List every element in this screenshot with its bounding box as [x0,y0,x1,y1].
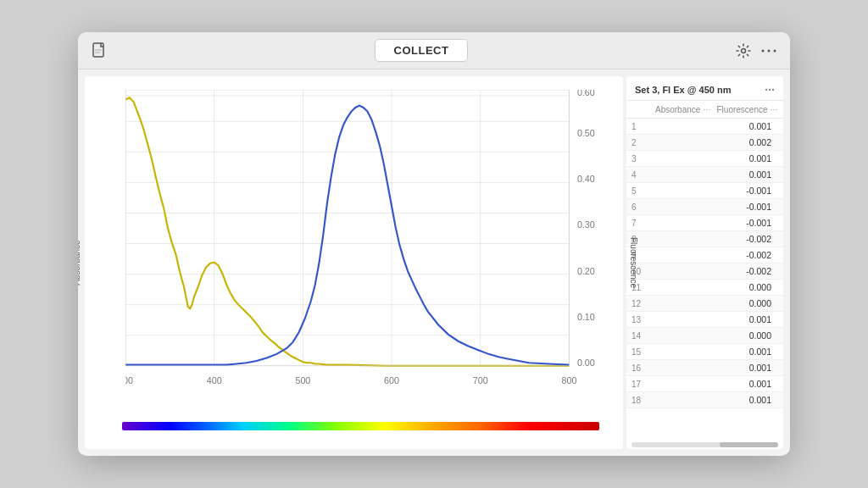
table-row: 7 -0.001 [626,215,783,231]
svg-text:700: 700 [473,375,488,385]
titlebar-right [736,43,776,58]
svg-text:0.40: 0.40 [577,174,595,184]
fluorescence-curve [125,106,569,365]
fluorescence-cell: 0.002 [717,137,779,147]
table-row: 2 0.002 [626,135,783,151]
absorbance-header: Absorbance ··· [655,104,717,114]
titlebar-left [92,42,107,59]
absorbance-curve [125,97,569,366]
table-row: 16 0.001 [626,360,783,376]
ellipsis-icon [761,48,776,53]
row-number: 4 [632,170,655,180]
row-number: 1 [632,122,655,131]
table-row: 6 -0.001 [626,199,783,215]
table-row: 5 -0.001 [626,183,783,199]
fluorescence-header: Fluorescence ··· [717,104,779,114]
fluorescence-cell: 0.001 [717,169,779,180]
fluorescence-cell: 0.000 [717,282,779,292]
chart-area: Absorbance Fluorescence 0.0 0.1 0.2 0.3 … [85,76,623,449]
app-window: COLLECT Absorbance Fluorescence [78,32,790,456]
fluorescence-cell: 0.001 [717,363,779,373]
row-number: 13 [632,315,655,324]
more-options-button[interactable] [761,48,776,53]
panel-more-button[interactable]: ··· [765,83,775,97]
row-num-header [632,104,655,114]
chart-svg: 0.0 0.1 0.2 0.3 0.4 0.5 0.6 0.7 0.8 0.9 … [125,90,609,415]
fluorescence-cell: 0.001 [717,314,779,324]
fluorescence-cell: 0.000 [717,298,779,308]
row-number: 18 [632,396,655,405]
row-number: 12 [632,299,655,308]
table-row: 17 0.001 [626,376,783,392]
svg-text:600: 600 [384,375,399,385]
right-panel: Set 3, Fl Ex @ 450 nm ··· Absorbance ···… [626,76,783,449]
row-number: 2 [632,138,655,147]
table-row: 10 -0.002 [626,263,783,280]
svg-text:0.30: 0.30 [577,219,595,230]
svg-text:0.00: 0.00 [577,358,595,368]
data-table-body: 1 0.001 2 0.002 3 0.001 4 0.001 5 -0.001… [626,119,783,441]
svg-text:400: 400 [207,375,222,385]
row-number: 5 [632,186,655,196]
y-axis-right-label: Fluorescence [628,237,637,288]
fluorescence-cell: -0.002 [717,250,779,260]
svg-point-4 [761,49,764,52]
fluorescence-cell: -0.001 [717,186,779,196]
fluorescence-cell: 0.001 [717,347,779,357]
table-row: 15 0.001 [626,344,783,360]
row-number: 16 [632,363,655,373]
fluorescence-cell: 0.001 [717,153,779,164]
svg-rect-7 [125,90,569,366]
row-number: 6 [632,202,655,212]
row-number: 15 [632,347,655,357]
svg-text:800: 800 [561,375,576,385]
fluorescence-cell: 0.001 [717,379,779,389]
svg-point-3 [741,48,745,53]
svg-text:0.60: 0.60 [577,90,595,97]
table-row: 18 0.001 [626,392,783,408]
titlebar: COLLECT [78,32,790,69]
svg-point-5 [767,49,770,52]
table-row: 3 0.001 [626,151,783,167]
scrollbar[interactable] [632,442,778,447]
svg-text:300: 300 [125,375,133,385]
spectrum-bar [122,422,599,430]
gear-icon [736,43,751,58]
svg-text:0.20: 0.20 [577,266,595,276]
main-content: Absorbance Fluorescence 0.0 0.1 0.2 0.3 … [78,69,790,456]
row-number: 7 [632,219,655,228]
fluorescence-cell: 0.001 [717,121,779,131]
table-header: Absorbance ··· Fluorescence ··· [626,101,783,119]
panel-title: Set 3, Fl Ex @ 450 nm [635,85,731,95]
document-icon [92,42,107,59]
row-number: 17 [632,380,655,389]
panel-header: Set 3, Fl Ex @ 450 nm ··· [626,76,783,101]
fluorescence-cell: -0.002 [717,266,779,276]
table-row: 4 0.001 [626,167,783,183]
row-number: 3 [632,154,655,164]
scrollbar-thumb [720,442,778,447]
fluorescence-cell: -0.001 [717,202,779,212]
svg-point-6 [773,49,776,52]
svg-text:0.10: 0.10 [577,312,595,322]
settings-button[interactable] [736,43,751,58]
table-row: 12 0.000 [626,296,783,312]
svg-rect-47 [125,90,569,366]
table-row: 1 0.001 [626,119,783,135]
y-axis-left-label: Absorbance [78,240,81,285]
table-row: 8 -0.002 [626,231,783,247]
fluorescence-cell: -0.002 [717,234,779,244]
table-row: 11 0.000 [626,280,783,296]
document-button[interactable] [92,42,107,59]
table-row: 14 0.000 [626,328,783,344]
fluorescence-cell: -0.001 [717,218,779,228]
fluorescence-cell: 0.000 [717,330,779,341]
table-row: 13 0.001 [626,312,783,328]
collect-button[interactable]: COLLECT [375,39,469,62]
table-row: 9 -0.002 [626,247,783,263]
svg-text:0.50: 0.50 [577,128,595,138]
svg-text:500: 500 [295,375,310,385]
fluorescence-cell: 0.001 [717,395,779,405]
row-number: 14 [632,331,655,341]
